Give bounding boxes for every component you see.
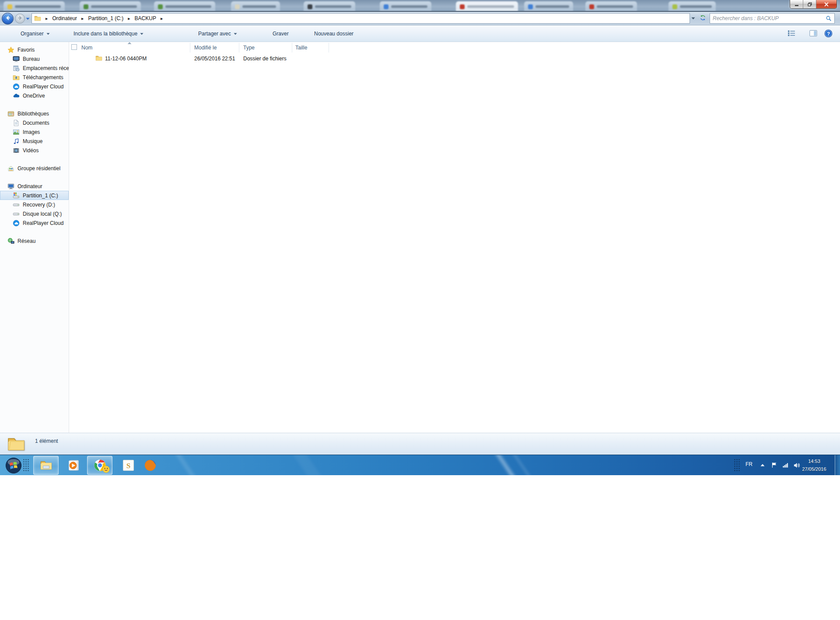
folder-big-icon: [40, 459, 52, 472]
help-button[interactable]: ?: [824, 29, 833, 38]
show-desktop-button[interactable]: [835, 455, 840, 475]
recent-pages-chevron-icon[interactable]: [26, 18, 30, 20]
sidebar-item-recovery-d[interactable]: Recovery (D:): [0, 200, 69, 209]
toolbar-partager-avec[interactable]: Partager avec: [198, 25, 237, 42]
downloads-icon: [13, 74, 20, 81]
sidebar-item-bureau[interactable]: Bureau: [0, 54, 69, 63]
select-all-checkbox[interactable]: [71, 44, 77, 50]
sidebar-item-disque-local-q[interactable]: Disque local (Q:): [0, 209, 69, 218]
address-history-chevron-icon[interactable]: [691, 17, 695, 20]
browser-tab[interactable]: [585, 1, 637, 12]
column-header-nom[interactable]: Nom: [69, 43, 190, 53]
realplayer-icon: [13, 220, 20, 227]
breadcrumb-item-ordinateur[interactable]: Ordinateur: [51, 15, 78, 21]
column-header-label: Modifié le: [190, 45, 217, 51]
sidebar-item-images[interactable]: Images: [0, 127, 69, 137]
sidebar-item-videos[interactable]: Vidéos: [0, 146, 69, 155]
wallpaper-streak: [511, 455, 545, 475]
sidebar-item-emplacements-recents[interactable]: Emplacements récents: [0, 63, 69, 73]
document-icon: [13, 119, 20, 126]
item-count: 1 élément: [35, 438, 58, 444]
tab-favicon-icon: [384, 4, 388, 9]
restore-button[interactable]: [803, 0, 816, 8]
close-icon: [824, 2, 829, 7]
chevron-down-icon: [234, 33, 237, 35]
back-button[interactable]: [2, 13, 14, 25]
sidebar-section-reseau[interactable]: Réseau: [0, 236, 69, 245]
sidebar-section-ordinateur[interactable]: Ordinateur: [0, 182, 69, 191]
toolbar-inclure-dans-la-bibliotheque[interactable]: Inclure dans la bibliothèque: [74, 25, 144, 42]
wallpaper-streak: [494, 455, 529, 475]
sidebar-item-telechargements[interactable]: Téléchargements: [0, 73, 69, 82]
chevron-down-icon: [140, 33, 144, 35]
sidebar-section-groupe-residentiel[interactable]: Groupe résidentiel: [0, 164, 69, 173]
desktop-icon: [13, 56, 20, 63]
tray-clock[interactable]: 14:53 27/05/2016: [795, 457, 833, 473]
tab-favicon-icon: [84, 4, 88, 9]
tab-title-blurred: [165, 5, 211, 8]
action-center-flag-icon[interactable]: [771, 462, 778, 469]
browser-tab[interactable]: [80, 1, 141, 12]
taskbar-explorer-button[interactable]: [33, 456, 59, 475]
breadcrumb[interactable]: ▶Ordinateur▶Partition_1 (C:)▶BACKUP▶: [32, 13, 690, 24]
back-arrow-icon: [5, 15, 11, 23]
toolbar-nouveau-dossier[interactable]: Nouveau dossier: [314, 25, 354, 42]
preview-pane-button[interactable]: [809, 30, 817, 37]
forward-button[interactable]: [15, 14, 25, 24]
sidebar-item-onedrive[interactable]: OneDrive: [0, 91, 69, 100]
language-indicator[interactable]: FR: [746, 461, 752, 467]
browser-tab[interactable]: [231, 1, 280, 12]
search-box: [710, 13, 835, 24]
sidebar-item-realplayer-cloud[interactable]: RealPlayer Cloud: [0, 218, 69, 228]
show-hidden-icons-button[interactable]: [760, 464, 765, 466]
forward-arrow-icon: [17, 15, 23, 23]
change-view-button[interactable]: [788, 30, 795, 37]
close-button[interactable]: [816, 0, 836, 8]
toolbar-organiser[interactable]: Organiser: [21, 25, 50, 42]
browser-tab[interactable]: [380, 1, 431, 12]
minimize-button[interactable]: [790, 0, 803, 8]
search-input[interactable]: [713, 15, 826, 21]
file-row[interactable]: 11-12-06 0440PM26/05/2016 22:51Dossier d…: [69, 54, 398, 63]
sidebar-item-label: Téléchargements: [23, 74, 63, 81]
browser-tab[interactable]: [4, 1, 65, 12]
sidebar-item-label: Partition_1 (C:): [23, 193, 58, 199]
browser-tab[interactable]: [154, 1, 215, 12]
drive-icon: [13, 201, 20, 208]
breadcrumb-arrow-icon: ▶: [124, 17, 133, 21]
sidebar-item-documents[interactable]: Documents: [0, 118, 69, 127]
browser-tab[interactable]: [456, 1, 518, 12]
breadcrumb-item-partition-1-c[interactable]: Partition_1 (C:): [87, 15, 124, 21]
browser-tab[interactable]: [668, 1, 716, 12]
breadcrumb-item-backup[interactable]: BACKUP: [134, 15, 157, 21]
taskbar: S FR 14:53 27/05/2016: [0, 455, 840, 475]
taskbar-chrome-button[interactable]: [87, 456, 112, 475]
refresh-button[interactable]: [698, 14, 707, 23]
taskbar-start-button[interactable]: [3, 456, 24, 475]
browser-tab[interactable]: [304, 1, 355, 12]
network-icon: [7, 238, 14, 245]
column-header-modifie-le[interactable]: Modifié le: [190, 43, 239, 53]
toolbar-graver[interactable]: Graver: [273, 25, 289, 42]
column-header-type[interactable]: Type: [239, 43, 292, 53]
realplayer-icon: [13, 83, 20, 90]
tab-title-blurred: [91, 5, 137, 8]
tray-time: 14:53: [795, 457, 833, 465]
details-pane: 1 élément: [0, 433, 840, 455]
sidebar-item-label: Images: [23, 129, 40, 135]
sidebar-item-realplayer-cloud[interactable]: RealPlayer Cloud: [0, 82, 69, 91]
sidebar-item-label: Documents: [23, 120, 49, 126]
sidebar-section-favoris[interactable]: Favoris: [0, 45, 69, 54]
wallpaper-streak: [293, 455, 332, 475]
sidebar-section-bibliotheques[interactable]: Bibliothèques: [0, 109, 69, 118]
taskbar-s-app-button[interactable]: S: [117, 456, 139, 475]
taskbar-firefox-button[interactable]: [139, 456, 161, 475]
tab-favicon-icon: [7, 4, 12, 9]
browser-tab[interactable]: [524, 1, 573, 12]
network-signal-icon[interactable]: [782, 462, 789, 469]
sidebar-item-partition-1-c[interactable]: Partition_1 (C:): [0, 191, 69, 200]
taskbar-media-player-button[interactable]: [63, 456, 84, 475]
sidebar-item-musique[interactable]: Musique: [0, 137, 69, 146]
column-header-taille[interactable]: Taille: [292, 43, 329, 53]
wmp-icon: [67, 459, 80, 472]
